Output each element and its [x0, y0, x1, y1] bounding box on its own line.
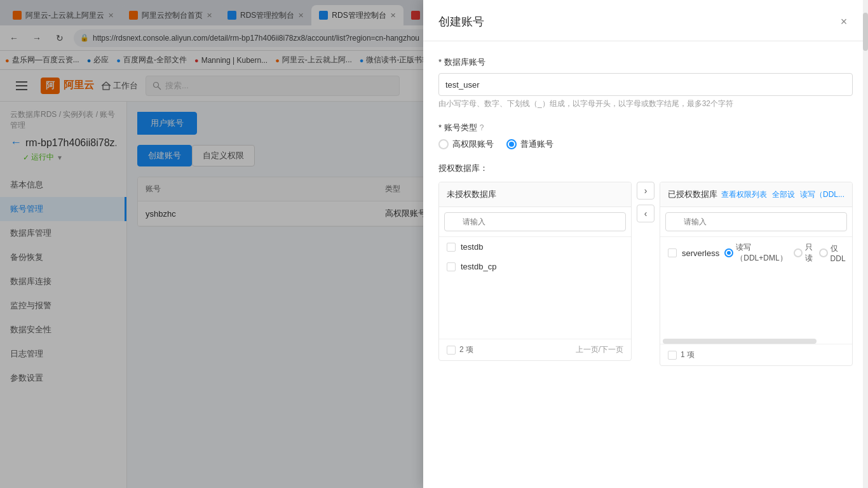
authorized-db-list: serverless 读写（DDL+DML） 只读	[660, 237, 852, 339]
checkbox-testdb[interactable]	[447, 243, 456, 252]
db-item-testdb-cp[interactable]: testdb_cp	[439, 257, 631, 276]
dialog-scrollbar-thumb	[863, 13, 868, 51]
db-name-testdb: testdb	[461, 242, 483, 252]
checkbox-serverless[interactable]	[668, 248, 677, 257]
unauthorized-pagination[interactable]: 上一页/下一页	[576, 344, 623, 355]
dialog-scrollbar[interactable]	[863, 0, 868, 488]
radio-high-priv[interactable]: 高权限账号	[438, 139, 494, 150]
unauthorized-db-panel: 未授权数据库 ⌕ testdb	[438, 182, 632, 361]
select-all-unauthorized[interactable]	[447, 346, 456, 355]
form-label-account-type: * 账号类型 ?	[438, 122, 853, 133]
transfer-right-button[interactable]: ›	[637, 182, 654, 200]
auth-db-section: 授权数据库： 未授权数据库 ⌕	[438, 163, 853, 366]
db-name-testdb-cp: testdb_cp	[461, 262, 496, 271]
perm-readonly[interactable]: 只读	[794, 242, 813, 264]
auth-db-label: 授权数据库：	[438, 163, 853, 174]
unauthorized-panel-footer: 2 项 上一页/下一页	[439, 339, 631, 360]
perm-radio-circle-rw	[724, 248, 733, 257]
transfer-left-button[interactable]: ‹	[637, 205, 654, 222]
unauthorized-count: 2 项	[459, 344, 473, 355]
db-item-testdb[interactable]: testdb	[439, 237, 631, 257]
db-account-input[interactable]	[438, 73, 853, 96]
authorized-search-wrap: ⌕	[665, 212, 847, 231]
account-type-label-text: * 账号类型	[438, 122, 477, 133]
close-icon: ×	[841, 15, 848, 29]
perm-label-rw: 读写（DDL+DML）	[736, 242, 787, 264]
form-item-db-account: * 数据库账号 由小写字母、数字、下划线（_）组成，以字母开头，以字母或数字结尾…	[438, 57, 853, 109]
radio-normal[interactable]: 普通账号	[506, 139, 553, 150]
form-item-account-type: * 账号类型 ? 高权限账号 普通账号	[438, 122, 853, 150]
view-permissions-link[interactable]: 查看权限列表	[721, 189, 767, 200]
permission-radios: 读写（DDL+DML） 只读 仅DDL	[724, 242, 852, 264]
perm-radio-circle-ddl	[819, 248, 828, 257]
authorized-panel-actions: 查看权限列表 全部设 读写（DDL...	[721, 189, 844, 200]
authorized-count: 1 项	[681, 349, 695, 360]
dialog-header: 创建账号 ×	[423, 0, 868, 41]
unauthorized-search-wrap: ⌕	[444, 212, 626, 231]
db-name-serverless: serverless	[682, 248, 719, 258]
radio-circle-high	[438, 139, 449, 149]
perm-readwrite[interactable]: 读写（DDL+DML）	[724, 242, 787, 264]
authorized-db-panel: 已授权数据库 查看权限列表 全部设 读写（DDL... ⌕	[660, 182, 853, 366]
dialog-body: * 数据库账号 由小写字母、数字、下划线（_）组成，以字母开头，以字母或数字结尾…	[423, 41, 868, 488]
horizontal-scrollbar[interactable]	[663, 339, 817, 344]
unauthorized-db-list: testdb testdb_cp	[439, 237, 631, 339]
db-account-label-text: * 数据库账号	[438, 57, 485, 68]
perm-radio-circle-ro	[794, 248, 803, 257]
authorized-panel-search: ⌕	[660, 207, 852, 237]
perm-ddl-only[interactable]: 仅DDL	[819, 243, 846, 263]
authorized-panel-header: 已授权数据库 查看权限列表 全部设 读写（DDL...	[660, 182, 852, 207]
dialog-title: 创建账号	[438, 14, 484, 29]
dialog-close-button[interactable]: ×	[835, 13, 853, 30]
select-all-authorized[interactable]	[668, 351, 677, 360]
unauthorized-search-input[interactable]	[444, 212, 626, 231]
authorized-panel-title: 已授权数据库	[668, 189, 717, 200]
account-type-radio-group: 高权限账号 普通账号	[438, 139, 853, 150]
radio-high-label: 高权限账号	[452, 139, 494, 150]
transfer-buttons: › ‹	[632, 182, 660, 222]
form-label-db-account: * 数据库账号	[438, 57, 853, 68]
unauthorized-nav: 上一页/下一页	[576, 344, 623, 355]
radio-circle-normal	[506, 139, 517, 149]
db-account-hint: 由小写字母、数字、下划线（_）组成，以字母开头，以字母或数字结尾，最多32个字符	[438, 98, 853, 109]
radio-normal-label: 普通账号	[520, 139, 553, 150]
help-icon[interactable]: ?	[480, 123, 484, 132]
authorized-panel-footer: 1 项	[660, 344, 852, 365]
set-all-write-link[interactable]: 读写（DDL...	[800, 189, 844, 200]
authorized-search-input[interactable]	[665, 212, 847, 231]
unauthorized-panel-title: 未授权数据库	[447, 189, 496, 200]
unauthorized-panel-header: 未授权数据库	[439, 182, 631, 207]
set-all-prefix: 全部设	[772, 189, 795, 200]
db-item-serverless: serverless 读写（DDL+DML） 只读	[660, 237, 852, 269]
db-permission-row: serverless 读写（DDL+DML） 只读	[682, 242, 852, 264]
checkbox-testdb-cp[interactable]	[447, 262, 456, 271]
create-account-dialog: 创建账号 × * 数据库账号 由小写字母、数字、下划线（_）组成，以字母开头，以…	[423, 0, 868, 488]
db-auth-panels: 未授权数据库 ⌕ testdb	[438, 182, 853, 366]
unauthorized-panel-search: ⌕	[439, 207, 631, 237]
perm-label-ddl: 仅DDL	[831, 243, 846, 263]
perm-label-ro: 只读	[805, 242, 813, 264]
